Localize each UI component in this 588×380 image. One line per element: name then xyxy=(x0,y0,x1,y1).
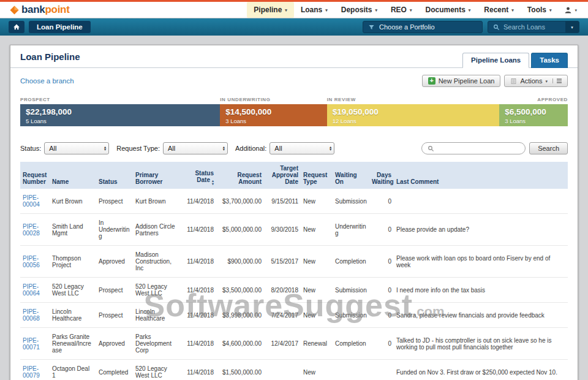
card-header: Loan Pipeline Pipeline Loans Tasks xyxy=(10,45,578,68)
nav-item-deposits[interactable]: Deposits▾ xyxy=(334,2,384,18)
cell-days-waiting: 0 xyxy=(369,328,394,360)
stage-amount: $14,500,000 xyxy=(225,107,321,116)
nav-item-label: Recent xyxy=(484,6,508,14)
search-button[interactable]: Search xyxy=(529,142,568,154)
stage-bar: $22,198,0005 Loans$14,500,0003 Loans$19,… xyxy=(20,104,568,126)
table-row: PIPE-00028Smith Land MgmtIn Underwriting… xyxy=(20,214,568,246)
column-header-name[interactable]: Name xyxy=(50,162,96,189)
nav-item-loans[interactable]: Loans▾ xyxy=(294,2,334,18)
pipeline-loan-link[interactable]: PIPE-00071 xyxy=(23,337,40,351)
new-pipeline-loan-label: New Pipeline Loan xyxy=(439,77,495,85)
cell-target-approval-date: 8/20/2018 xyxy=(264,278,301,303)
status-filter-select[interactable]: All ▴▾ xyxy=(44,142,109,154)
table-row: PIPE-00004Kurt BrownProspectKurt Brown11… xyxy=(20,189,568,214)
column-header-days-waiting[interactable]: Days Waiting xyxy=(369,162,394,189)
table-search-input[interactable] xyxy=(437,144,519,153)
nav-item-documents[interactable]: Documents▾ xyxy=(418,2,477,18)
stage-segment-approved[interactable]: $6,500,0003 Loans xyxy=(499,104,568,126)
tab-tasks[interactable]: Tasks xyxy=(531,53,568,68)
new-pipeline-loan-button[interactable]: + New Pipeline Loan xyxy=(422,75,501,87)
stage-loan-count: 3 Loans xyxy=(505,118,562,124)
nav-item-tools[interactable]: Tools▾ xyxy=(521,2,559,18)
pipeline-loan-link[interactable]: PIPE-00056 xyxy=(23,255,40,268)
column-header-primary-borrower[interactable]: Primary Borrower xyxy=(133,162,179,189)
column-header-target-approval-date[interactable]: Target Approval Date xyxy=(264,162,301,189)
additional-filter-select[interactable]: All ▴▾ xyxy=(270,142,334,154)
request-type-filter-select[interactable]: All ▴▾ xyxy=(163,142,228,154)
nav-item-label: Deposits xyxy=(341,6,372,14)
stage-segment-prospect[interactable]: $22,198,0005 Loans xyxy=(20,104,220,126)
plus-icon: + xyxy=(428,77,435,85)
cell-days-waiting: 0 xyxy=(369,214,394,246)
cell-name: Kurt Brown xyxy=(50,189,96,214)
cell-status-date: 11/4/2018 xyxy=(179,278,216,303)
column-header-request-type[interactable]: Request Type xyxy=(301,162,333,189)
nav-item-label: Pipeline xyxy=(254,6,282,14)
cell-request-amount: $5,000,000.00 xyxy=(216,214,264,246)
logo-text: bankpoint xyxy=(21,4,70,16)
cell-name: Thompson Project xyxy=(50,246,96,278)
cell-request-type: New xyxy=(301,246,333,278)
cell-request-type: New xyxy=(301,360,333,380)
home-button[interactable] xyxy=(9,21,24,33)
stage-amount: $19,050,000 xyxy=(333,107,494,116)
cell-waiting-on: Submission xyxy=(333,278,369,303)
request-type-filter: Request Type: All ▴▾ xyxy=(116,142,228,154)
column-header-last-comment[interactable]: Last Comment xyxy=(394,162,568,189)
choose-branch-link[interactable]: Choose a branch xyxy=(20,77,74,85)
column-header-label: Days Waiting xyxy=(372,172,394,185)
loan-search: Search Loans ▾ xyxy=(488,21,579,33)
loan-search-placeholder: Search Loans xyxy=(503,23,545,31)
tab-pipeline-loans[interactable]: Pipeline Loans xyxy=(462,53,529,68)
user-menu[interactable]: ▾ xyxy=(558,2,581,18)
status-filter: Status: All ▴▾ xyxy=(20,142,109,154)
nav-item-label: REO xyxy=(391,6,407,14)
cell-name: Smith Land Mgmt xyxy=(50,214,96,246)
stage-segment-in-review[interactable]: $19,050,00012 Loans xyxy=(327,104,500,126)
chevron-down-icon: ▾ xyxy=(325,8,328,12)
nav-item-recent[interactable]: Recent▾ xyxy=(477,2,521,18)
pipeline-loan-link[interactable]: PIPE-00064 xyxy=(23,283,40,297)
column-header-status[interactable]: Status xyxy=(96,162,133,189)
cell-status: Approved xyxy=(96,328,133,360)
additional-filter-label: Additional: xyxy=(235,145,266,152)
actions-more-button[interactable] xyxy=(552,78,562,83)
cell-status-date: 11/4/2018 xyxy=(179,214,216,246)
pipeline-loan-link[interactable]: PIPE-00079 xyxy=(23,365,40,379)
breadcrumb[interactable]: Loan Pipeline xyxy=(29,21,91,33)
stage-segment-in-underwriting[interactable]: $14,500,0003 Loans xyxy=(220,104,326,126)
chevron-down-icon: ▾ xyxy=(575,8,577,12)
bankpoint-logo[interactable]: bankpoint xyxy=(10,2,70,18)
column-header-request-number[interactable]: Request Number xyxy=(20,162,50,189)
pipeline-loan-link[interactable]: PIPE-00004 xyxy=(23,194,40,208)
cell-request-number: PIPE-00004 xyxy=(20,189,50,214)
portfolio-filter[interactable]: Choose a Portfolio xyxy=(363,21,483,33)
document-icon xyxy=(510,78,517,85)
table-search-field[interactable] xyxy=(421,142,526,154)
nav-item-pipeline[interactable]: Pipeline▾ xyxy=(247,2,294,18)
chevron-down-icon: ▾ xyxy=(549,8,552,12)
top-navbar: bankpoint Pipeline▾Loans▾Deposits▾REO▾Do… xyxy=(0,2,588,18)
cell-waiting-on: Completion xyxy=(333,246,369,278)
search-dropdown-button[interactable]: ▾ xyxy=(565,21,579,32)
sort-icon[interactable]: ▴▾ xyxy=(212,180,214,185)
stage-label-approved: APPROVED xyxy=(499,97,568,102)
column-header-request-amount[interactable]: Request Amount xyxy=(216,162,264,189)
pipeline-loan-link[interactable]: PIPE-00028 xyxy=(23,223,40,237)
stage-amount: $22,198,000 xyxy=(26,107,214,116)
chevron-down-icon: ▾ xyxy=(545,79,548,83)
cell-request-number: PIPE-00068 xyxy=(20,303,50,328)
cell-target-approval-date: 9/30/2015 xyxy=(264,214,301,246)
column-header-status-date[interactable]: Status Date▴▾ xyxy=(179,162,216,189)
loan-search-input[interactable]: Search Loans xyxy=(488,21,565,32)
cell-status-date: 11/4/2018 xyxy=(179,246,216,278)
cell-status: In Underwriting xyxy=(96,214,133,246)
home-icon xyxy=(13,23,20,31)
select-arrows-icon: ▴▾ xyxy=(104,146,106,151)
actions-button[interactable]: Actions ▾ xyxy=(504,75,568,87)
cell-status: Prospect xyxy=(96,189,133,214)
nav-item-reo[interactable]: REO▾ xyxy=(384,2,419,18)
pipeline-loan-link[interactable]: PIPE-00068 xyxy=(23,308,40,322)
column-header-waiting-on[interactable]: Waiting On xyxy=(333,162,369,189)
cell-status-date: 11/4/2018 xyxy=(179,303,216,328)
